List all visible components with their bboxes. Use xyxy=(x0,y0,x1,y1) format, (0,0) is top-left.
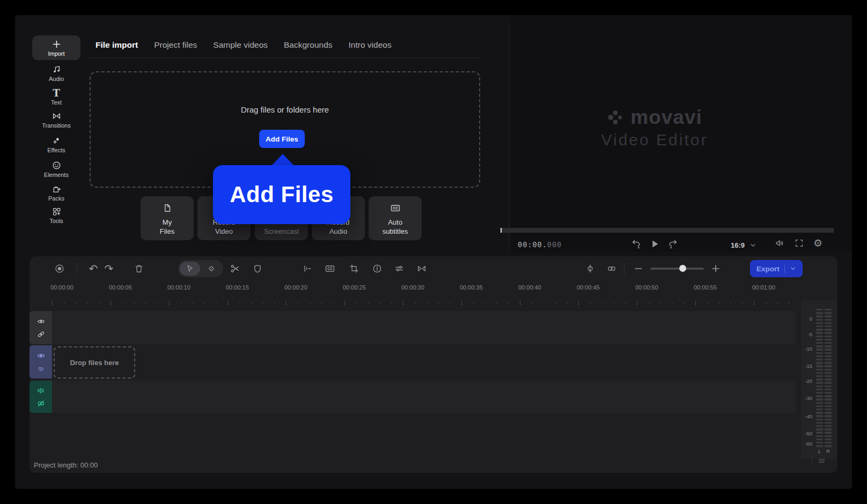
zoom-in-button[interactable] xyxy=(708,261,723,276)
project-length: Project length: 00:00 xyxy=(34,461,98,469)
ruler-label: 00:00:15 xyxy=(226,284,249,291)
meter-segment xyxy=(816,339,823,340)
marker-tool-button[interactable] xyxy=(201,262,222,276)
ruler-tick-dot xyxy=(134,303,135,304)
audio-levels-icon xyxy=(302,263,312,274)
meter-segment xyxy=(825,352,832,354)
transitions-icon xyxy=(52,111,62,121)
cc-icon xyxy=(369,203,422,213)
ruler-tick-dot xyxy=(239,303,240,304)
sidebar-item-elements[interactable]: Elements xyxy=(32,157,80,181)
eye-icon[interactable] xyxy=(36,317,46,326)
play-icon[interactable] xyxy=(649,238,660,250)
trash-button[interactable] xyxy=(131,261,146,276)
sidebar: ImportAudioTTextTransitionsEffectsElemen… xyxy=(30,32,83,247)
eye-icon[interactable] xyxy=(36,351,46,360)
app-window: ImportAudioTTextTransitionsEffectsElemen… xyxy=(0,0,867,504)
cut-button[interactable] xyxy=(227,261,243,276)
meter-segment xyxy=(816,329,823,330)
ruler-tick-dot xyxy=(368,303,369,304)
record-button[interactable] xyxy=(52,261,67,276)
subtitles-button[interactable] xyxy=(322,261,337,276)
speed-button[interactable] xyxy=(370,261,385,276)
zoom-out-button[interactable] xyxy=(631,261,646,276)
ruler-tick xyxy=(227,301,228,306)
ruler-label: 00:00:20 xyxy=(284,284,307,291)
filters-button[interactable] xyxy=(392,261,407,276)
volume-icon[interactable] xyxy=(775,238,785,248)
mask-icon xyxy=(252,263,263,274)
tab-file-import[interactable]: File import xyxy=(95,40,138,50)
ruler-tick xyxy=(52,301,53,306)
mask-button[interactable] xyxy=(250,261,265,276)
ruler-tick xyxy=(695,301,696,306)
step-forward-icon[interactable]: 1 xyxy=(667,238,679,250)
audio-levels-button[interactable] xyxy=(299,261,314,276)
tab-backgrounds[interactable]: Backgrounds xyxy=(284,40,332,50)
export-label: Export xyxy=(756,265,780,273)
motion-icon[interactable] xyxy=(36,364,46,373)
auto-subtitles-button[interactable]: Auto subtitles xyxy=(369,196,422,240)
track-lane-audio-track xyxy=(52,381,796,413)
meter-segment xyxy=(816,315,823,317)
volume-icon[interactable] xyxy=(36,386,46,395)
playhead[interactable] xyxy=(501,228,502,233)
redo-button[interactable]: ↷ xyxy=(101,261,116,276)
sidebar-item-label: Elements xyxy=(44,172,69,178)
split-button[interactable] xyxy=(583,261,598,276)
track-height-icon[interactable] xyxy=(817,456,826,465)
elements-icon xyxy=(52,160,62,171)
tools-icon xyxy=(52,206,62,217)
track-dropzone[interactable]: Drop files here xyxy=(54,346,135,379)
transition-button[interactable] xyxy=(414,261,429,276)
meter-divider xyxy=(812,455,812,464)
ruler-tick-dot xyxy=(122,303,123,304)
tab-intro-videos[interactable]: Intro videos xyxy=(349,40,392,50)
chain-icon[interactable] xyxy=(36,330,46,339)
meter-segment xyxy=(825,355,832,357)
sidebar-item-import[interactable]: Import xyxy=(32,35,80,60)
meter-segment xyxy=(825,428,832,430)
settings-icon[interactable]: ⚙ xyxy=(813,238,822,248)
track-dropzone-label: Drop files here xyxy=(70,359,119,367)
sidebar-item-effects[interactable]: Effects xyxy=(32,132,80,157)
export-button[interactable]: Export xyxy=(750,260,803,277)
link-button[interactable] xyxy=(604,261,619,276)
seek-bar[interactable] xyxy=(501,228,834,233)
ruler-tick xyxy=(520,301,520,306)
sidebar-item-transitions[interactable]: Transitions xyxy=(32,107,80,132)
sidebar-item-text[interactable]: TText xyxy=(32,85,80,109)
meter-segment xyxy=(816,349,823,350)
callout-label: Add Files xyxy=(230,182,334,207)
meter-segment xyxy=(816,322,823,324)
undo-button[interactable]: ↶ xyxy=(86,261,101,276)
timeline-zoom-slider[interactable] xyxy=(650,268,704,270)
sidebar-item-tools[interactable]: Tools xyxy=(32,203,80,227)
track-header-overlay-track xyxy=(30,311,52,344)
tab-sample-videos[interactable]: Sample videos xyxy=(213,40,268,50)
chevron-down-icon xyxy=(750,242,756,249)
sidebar-item-audio[interactable]: Audio xyxy=(32,61,80,85)
meter-segment xyxy=(825,379,832,380)
timeline-zoom-knob[interactable] xyxy=(679,265,686,272)
meter-segment xyxy=(816,375,823,377)
aspect-ratio-select[interactable]: 16:9 xyxy=(731,239,756,251)
meter-segment xyxy=(816,419,823,420)
meter-scale-label: -50 xyxy=(800,431,812,436)
my-files-button[interactable]: My Files xyxy=(141,196,194,240)
fullscreen-icon[interactable] xyxy=(794,238,804,248)
watermark-title: movavi xyxy=(630,106,702,129)
toolbar-divider xyxy=(77,263,77,275)
card-label: My Files xyxy=(141,218,194,236)
step-back-icon[interactable]: 1 xyxy=(630,238,642,250)
meter-segment xyxy=(816,445,823,447)
meter-scale-label: 0 xyxy=(800,316,812,322)
ruler-label: 00:00:35 xyxy=(460,284,483,291)
add-files-button[interactable]: Add Files xyxy=(259,130,305,148)
sidebar-item-packs[interactable]: Packs xyxy=(32,180,80,205)
unlink-icon[interactable] xyxy=(36,399,46,408)
pointer-tool-button[interactable] xyxy=(180,262,200,276)
tab-project-files[interactable]: Project files xyxy=(154,40,197,50)
subtitles-icon xyxy=(325,263,335,274)
crop-button[interactable] xyxy=(347,261,362,276)
